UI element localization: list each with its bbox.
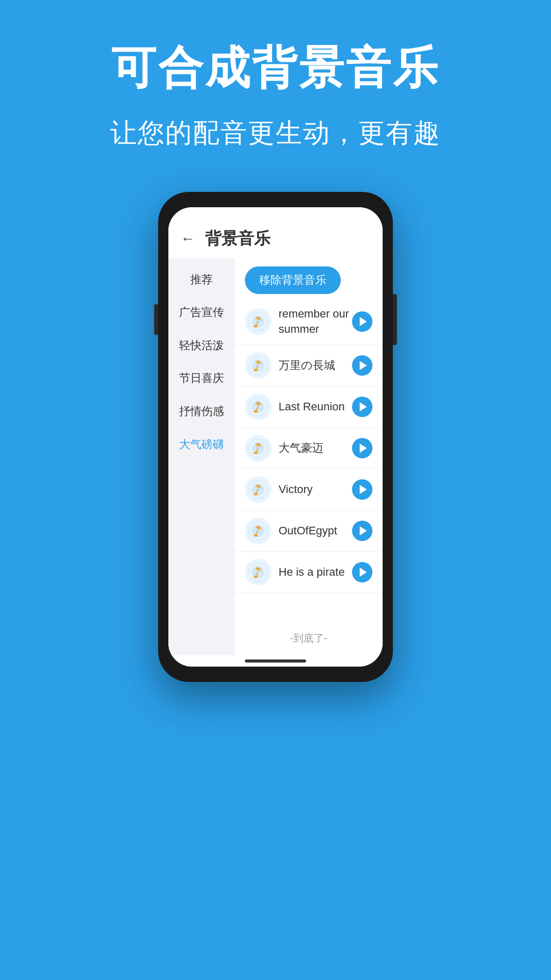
- header-section: 可合成背景音乐 让您的配音更生动，更有趣: [0, 0, 551, 182]
- app-header: ← 背景音乐: [168, 207, 383, 258]
- remove-bg-music-button[interactable]: 移除背景音乐: [245, 266, 341, 294]
- list-item: remember our summer: [235, 299, 383, 346]
- phone-screen: ← 背景音乐 推荐 广告宣传 轻快活泼 节日喜庆 抒情伤感 大气磅礴: [168, 207, 383, 667]
- svg-point-17: [254, 534, 258, 537]
- svg-point-14: [254, 493, 258, 496]
- music-icon: [245, 352, 271, 379]
- phone-mockup: ← 背景音乐 推荐 广告宣传 轻快活泼 节日喜庆 抒情伤感 大气磅礴: [158, 192, 393, 682]
- svg-point-5: [254, 369, 258, 372]
- main-title: 可合成背景音乐: [0, 41, 551, 95]
- music-icon: [245, 394, 271, 420]
- music-name: Last Reunion: [279, 399, 352, 415]
- play-button[interactable]: [352, 438, 372, 458]
- music-icon: [245, 518, 271, 544]
- list-item: OutOfEgypt: [235, 510, 383, 552]
- list-item: 大气豪迈: [235, 428, 383, 469]
- sidebar-item-epic[interactable]: 大气磅礴: [168, 428, 235, 461]
- play-button[interactable]: [352, 311, 372, 332]
- sidebar: 推荐 广告宣传 轻快活泼 节日喜庆 抒情伤感 大气磅礴: [168, 258, 235, 655]
- list-item: Last Reunion: [235, 386, 383, 428]
- app-screen-title: 背景音乐: [205, 228, 270, 250]
- play-button[interactable]: [352, 355, 372, 376]
- music-name: remember our summer: [279, 306, 352, 338]
- music-icon: [245, 476, 271, 503]
- home-indicator: [245, 659, 306, 663]
- sidebar-item-recommended[interactable]: 推荐: [168, 263, 235, 297]
- phone-notch: [245, 192, 306, 206]
- play-button[interactable]: [352, 562, 372, 582]
- sub-title: 让您的配音更生动，更有趣: [0, 115, 551, 151]
- remove-button-wrap: 移除背景音乐: [235, 258, 383, 299]
- end-of-list-text: -到底了-: [235, 621, 383, 655]
- play-button[interactable]: [352, 479, 372, 500]
- svg-point-8: [254, 410, 258, 413]
- sidebar-item-festival[interactable]: 节日喜庆: [168, 362, 235, 395]
- play-button[interactable]: [352, 397, 372, 417]
- app-body: 推荐 广告宣传 轻快活泼 节日喜庆 抒情伤感 大气磅礴 移除背景音乐: [168, 258, 383, 655]
- music-icon: [245, 435, 271, 461]
- music-icon: [245, 308, 271, 335]
- list-item: He is a pirate: [235, 552, 383, 593]
- music-name: 万里の長城: [279, 358, 352, 374]
- music-icon: [245, 559, 271, 585]
- music-name: OutOfEgypt: [279, 523, 352, 539]
- sidebar-item-lyrical[interactable]: 抒情伤感: [168, 395, 235, 428]
- play-button[interactable]: [352, 521, 372, 541]
- svg-point-20: [254, 576, 258, 578]
- music-name: He is a pirate: [279, 565, 352, 580]
- main-content: 移除背景音乐: [235, 258, 383, 655]
- svg-point-11: [254, 452, 258, 454]
- music-list: remember our summer: [235, 299, 383, 621]
- list-item: Victory: [235, 469, 383, 510]
- list-item: 万里の長城: [235, 345, 383, 386]
- sidebar-item-ad[interactable]: 广告宣传: [168, 296, 235, 329]
- music-name: 大气豪迈: [279, 440, 352, 456]
- svg-point-2: [254, 325, 258, 328]
- back-button[interactable]: ←: [181, 231, 195, 247]
- sidebar-item-lively[interactable]: 轻快活泼: [168, 329, 235, 362]
- music-name: Victory: [279, 482, 352, 498]
